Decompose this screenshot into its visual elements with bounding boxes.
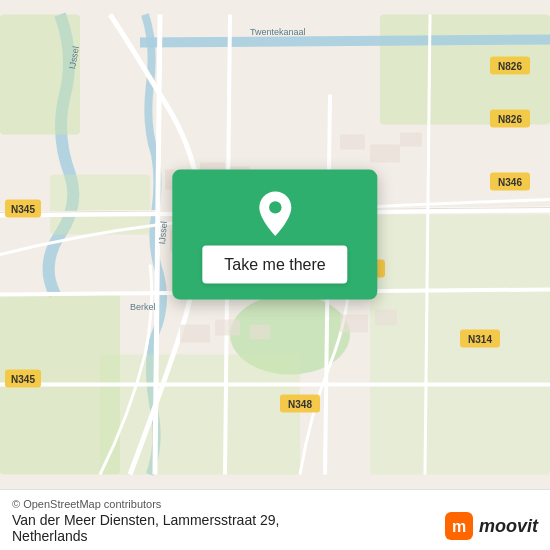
address-country: Netherlands [12,528,279,544]
svg-rect-4 [100,355,300,475]
svg-rect-44 [370,145,400,163]
svg-rect-47 [215,320,240,336]
address-block: Van der Meer Diensten, Lammersstraat 29,… [12,512,279,544]
svg-rect-6 [50,175,150,235]
svg-text:IJssel: IJssel [157,221,169,245]
svg-text:N826: N826 [498,114,522,125]
svg-text:m: m [452,518,466,535]
svg-rect-48 [250,325,270,340]
svg-rect-50 [375,310,397,326]
svg-text:Twentekanaal: Twentekanaal [250,27,306,37]
moovit-brand-name: moovit [479,516,538,537]
svg-text:N345: N345 [11,374,35,385]
svg-rect-0 [0,15,80,135]
take-me-there-button[interactable]: Take me there [202,245,347,283]
osm-attribution: © OpenStreetMap contributors [12,498,538,510]
app-container: Twentekanaal N826 N826 [0,0,550,550]
svg-text:N348: N348 [288,399,312,410]
svg-text:N314: N314 [468,334,492,345]
location-pin-icon [251,189,299,237]
svg-rect-45 [400,133,422,147]
svg-text:N345: N345 [11,204,35,215]
svg-line-7 [140,40,550,43]
svg-text:N346: N346 [498,177,522,188]
svg-rect-49 [340,315,368,333]
svg-text:Berkel: Berkel [130,302,156,312]
svg-rect-46 [180,325,210,343]
moovit-brand-icon: m [443,510,475,542]
navigation-card: Take me there [172,169,377,299]
map-area: Twentekanaal N826 N826 [0,0,550,489]
svg-point-51 [269,201,281,213]
moovit-logo: m moovit [443,510,538,542]
svg-text:N826: N826 [498,61,522,72]
address-line1: Van der Meer Diensten, Lammersstraat 29, [12,512,279,528]
info-bar: © OpenStreetMap contributors Van der Mee… [0,489,550,550]
svg-rect-43 [340,135,365,150]
